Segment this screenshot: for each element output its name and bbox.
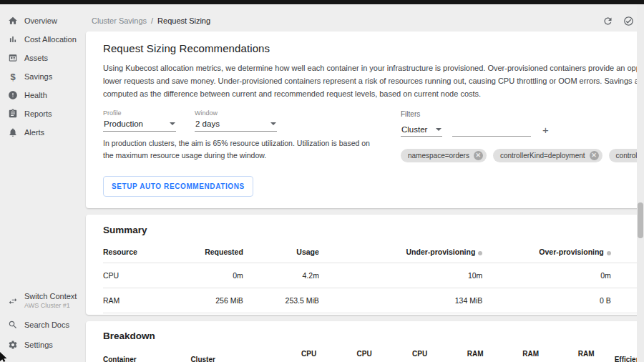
summary-card: Summary $0.00/mo Resource Requested Usag… (86, 215, 644, 315)
breakdown-col-ram-recommended[interactable]: RAMrecomm'd (558, 343, 614, 362)
refresh-icon[interactable] (602, 15, 614, 26)
sidebar: Overview Cost Allocation Assets $ Saving… (0, 4, 80, 362)
summary-row-ram: RAM 256 MiB 253.5 MiB 134 MiB 0 B $0.00/… (103, 288, 644, 313)
sidebar-item-alerts[interactable]: Alerts (0, 123, 80, 142)
sidebar-item-overview[interactable]: Overview (0, 11, 80, 30)
add-filter-button[interactable]: + (541, 124, 550, 137)
info-icon[interactable] (607, 251, 611, 255)
breakdown-table: Container Cluster CPUusage CPUrequest CP… (103, 343, 644, 362)
window-label: Window (195, 109, 277, 117)
chip-remove-icon[interactable]: ✕ (590, 151, 599, 160)
profile-value: Production (104, 119, 143, 128)
sidebar-item-assets[interactable]: Assets (0, 49, 80, 67)
breakdown-col-ram-request[interactable]: RAMrequest (503, 343, 559, 362)
summary-title: Summary (103, 225, 147, 235)
search-docs-button[interactable]: Search Docs (0, 315, 80, 335)
profile-helper-text: In production clusters, the aim is 65% r… (103, 137, 372, 161)
clipboard-icon (8, 109, 18, 119)
summary-col-requested: Requested (173, 241, 243, 263)
filter-chips: namespace=orders ✕ controllerKind=deploy… (401, 149, 644, 162)
chevron-down-icon (170, 122, 175, 125)
sidebar-item-label: Cost Allocation (24, 35, 77, 44)
sidebar-item-reports[interactable]: Reports (0, 104, 80, 123)
dollar-icon: $ (8, 72, 18, 82)
switch-context-label: Switch Context (24, 292, 77, 302)
sidebar-nav: Overview Cost Allocation Assets $ Saving… (0, 11, 80, 142)
assets-icon (8, 53, 18, 63)
mouse-cursor (0, 352, 9, 362)
sidebar-footer: Switch Context AWS Cluster #1 Search Doc… (0, 287, 80, 355)
breakdown-col-container[interactable]: Container (103, 343, 190, 362)
sidebar-item-label: Savings (24, 72, 52, 81)
home-icon (8, 16, 18, 26)
window-select[interactable]: Window 2 days (195, 109, 277, 132)
breadcrumb: Cluster Savings / Request Sizing (92, 16, 210, 25)
summary-col-usage: Usage (243, 241, 319, 263)
filter-type-select[interactable]: Cluster (401, 124, 442, 137)
breakdown-col-cpu-usage[interactable]: CPUusage (281, 343, 337, 362)
breadcrumb-parent[interactable]: Cluster Savings (92, 16, 147, 25)
search-icon (8, 320, 18, 330)
current-context: AWS Cluster #1 (24, 302, 77, 310)
breakdown-col-cpu-request[interactable]: CPUrequest (336, 343, 392, 362)
breakdown-card: Breakdown Container Cluster CPUusage CPU… (86, 321, 644, 362)
main-content: Cluster Savings / Request Sizing Request… (80, 4, 644, 362)
info-icon[interactable] (478, 251, 482, 255)
health-alert-icon (8, 90, 18, 100)
chip-remove-icon[interactable]: ✕ (474, 151, 483, 160)
sidebar-item-health[interactable]: Health (0, 86, 80, 104)
scrollbar-thumb[interactable] (638, 202, 643, 238)
chevron-down-icon (270, 122, 276, 125)
summary-col-resource: Resource (103, 241, 173, 263)
request-sizing-card: Request Sizing Recommendations Using Kub… (86, 31, 644, 208)
profile-select[interactable]: Profile Production (103, 109, 176, 132)
settings-button[interactable]: Settings (0, 335, 80, 355)
gear-icon (8, 340, 18, 350)
sidebar-item-label: Overview (24, 16, 57, 25)
check-circle-icon[interactable] (623, 15, 635, 26)
profile-label: Profile (103, 109, 176, 117)
breakdown-col-cluster[interactable]: Cluster (190, 343, 280, 362)
page-title: Request Sizing Recommendations (103, 42, 644, 54)
sidebar-item-label: Assets (24, 54, 48, 62)
setup-auto-recommendations-button[interactable]: SETUP AUTO RECOMMENDATIONS (103, 176, 253, 197)
sidebar-item-savings[interactable]: $ Savings (0, 67, 80, 86)
switch-context-button[interactable]: Switch Context AWS Cluster #1 (0, 287, 80, 315)
settings-label: Settings (24, 341, 53, 349)
filter-value-input[interactable] (452, 125, 531, 137)
search-docs-label: Search Docs (24, 321, 69, 329)
summary-table: Resource Requested Usage Under-provision… (103, 241, 644, 313)
window-value: 2 days (195, 119, 220, 128)
filter-chip[interactable]: namespace=orders ✕ (401, 149, 487, 162)
page-description: Using Kubecost allocation metrics, we de… (103, 62, 644, 100)
summary-col-under-provisioning: Under-provisioning (319, 241, 482, 263)
filters-label: Filters (401, 110, 644, 118)
sidebar-item-label: Health (24, 91, 47, 99)
breakdown-col-ram-usage[interactable]: RAMusage (447, 343, 503, 362)
breakdown-col-cpu-recommended[interactable]: CPUrecomm'd (392, 343, 448, 362)
bell-icon (8, 127, 18, 137)
breadcrumb-current: Request Sizing (157, 16, 210, 25)
swap-arrows-icon (8, 296, 18, 306)
breadcrumb-separator: / (151, 16, 153, 25)
summary-row-cpu: CPU 0m 4.2m 10m 0m $0.00/mo (103, 263, 644, 288)
scrollbar-track[interactable] (637, 4, 644, 362)
bar-chart-icon (8, 34, 18, 44)
filter-type-value: Cluster (401, 125, 427, 134)
breakdown-title: Breakdown (103, 331, 644, 341)
sidebar-item-label: Alerts (24, 128, 44, 137)
filter-chip[interactable]: controllerKind=deployment ✕ (493, 149, 602, 162)
chevron-down-icon (436, 128, 441, 131)
summary-col-over-provisioning: Over-provisioning (482, 241, 610, 263)
sidebar-item-label: Reports (24, 109, 52, 118)
sidebar-item-cost-allocation[interactable]: Cost Allocation (0, 30, 80, 49)
